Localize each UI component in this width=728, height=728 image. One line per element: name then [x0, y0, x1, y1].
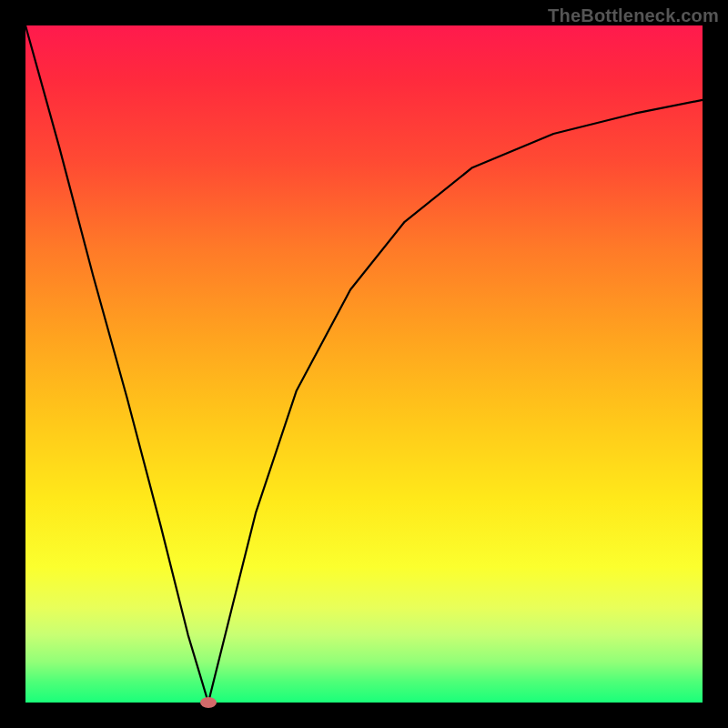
optimal-point-marker — [200, 697, 217, 708]
bottleneck-curve — [25, 25, 703, 703]
watermark-text: TheBottleneck.com — [548, 5, 719, 26]
chart-frame: TheBottleneck.com — [0, 0, 728, 728]
curve-path — [25, 25, 703, 703]
plot-area — [25, 25, 703, 703]
